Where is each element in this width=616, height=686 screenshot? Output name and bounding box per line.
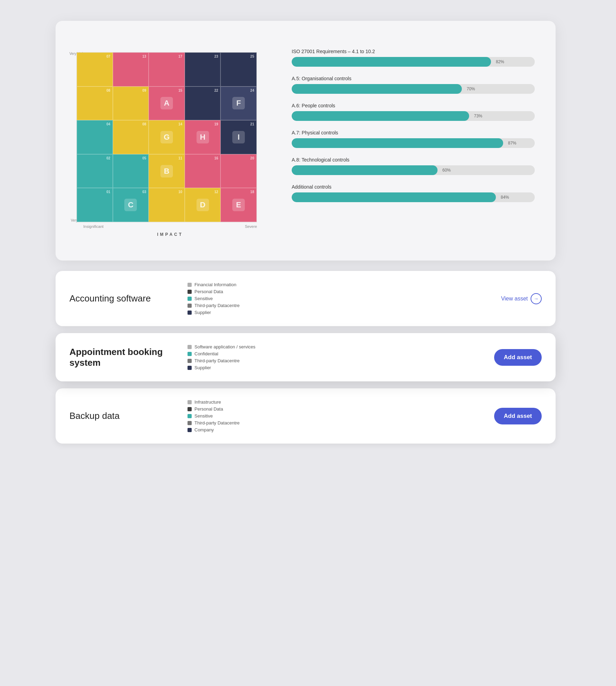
cell-number: 25 bbox=[250, 55, 254, 58]
bar-fill-3: 87% bbox=[292, 138, 503, 148]
cell-number: 17 bbox=[178, 55, 182, 58]
cell-2-2: 14G bbox=[149, 120, 185, 154]
cell-2-3: 19H bbox=[185, 120, 221, 154]
compliance-item-1: A.5: Organisational controls70% bbox=[292, 76, 535, 94]
tag-label-2-2: Sensitive bbox=[194, 413, 213, 419]
cell-number: 18 bbox=[250, 190, 254, 194]
add-asset-button-1[interactable]: Add asset bbox=[494, 349, 542, 366]
tag-label-0-0: Financial Information bbox=[194, 282, 236, 287]
compliance-label-1: A.5: Organisational controls bbox=[292, 76, 535, 81]
cell-1-4: 24F bbox=[220, 86, 257, 121]
asset-tag-2-1: Personal Data bbox=[188, 406, 480, 412]
compliance-item-2: A.6: People controls73% bbox=[292, 103, 535, 121]
cell-letter: E bbox=[232, 199, 245, 211]
cell-0-2: 17 bbox=[149, 52, 185, 86]
compliance-section: ISO 27001 Requirements – 4.1 to 10.282%A… bbox=[292, 42, 535, 233]
asset-tag-0-3: Third-party Datacentre bbox=[188, 303, 487, 308]
asset-tag-0-4: Supplier bbox=[188, 310, 487, 315]
asset-tag-0-1: Personal Data bbox=[188, 289, 487, 294]
tag-label-2-3: Third-party Datacentre bbox=[194, 420, 240, 425]
cell-number: 10 bbox=[178, 190, 182, 194]
tag-dot-0-4 bbox=[188, 311, 192, 315]
cell-number: 09 bbox=[142, 89, 146, 92]
cell-letter: F bbox=[232, 97, 245, 109]
compliance-label-4: A.8: Technological controls bbox=[292, 157, 535, 163]
bar-percent-1: 70% bbox=[467, 86, 475, 91]
asset-card-2: Backup dataInfrastructurePersonal DataSe… bbox=[56, 388, 556, 444]
tag-dot-2-4 bbox=[188, 428, 192, 432]
cell-number: 16 bbox=[214, 156, 218, 160]
view-asset-button-0[interactable]: View asset→ bbox=[501, 293, 542, 304]
tag-label-2-1: Personal Data bbox=[194, 406, 223, 412]
cards-stack: Accounting softwareFinancial Information… bbox=[56, 271, 556, 444]
bar-fill-4: 60% bbox=[292, 165, 438, 175]
tag-dot-1-0 bbox=[188, 345, 192, 349]
cell-1-1: 09 bbox=[113, 86, 149, 121]
view-arrow-icon-0: → bbox=[531, 293, 542, 304]
cell-number: 08 bbox=[106, 89, 110, 92]
bar-wrapper-4: 60% bbox=[292, 165, 535, 175]
cell-number: 23 bbox=[214, 55, 218, 58]
bar-container-0: 82% bbox=[292, 57, 535, 67]
bar-container-5: 84% bbox=[292, 192, 535, 202]
tag-dot-2-1 bbox=[188, 407, 192, 411]
cell-number: 19 bbox=[214, 122, 218, 126]
compliance-item-0: ISO 27001 Requirements – 4.1 to 10.282% bbox=[292, 49, 535, 67]
bar-container-3: 87% bbox=[292, 138, 535, 148]
tag-dot-2-0 bbox=[188, 400, 192, 404]
bar-container-1: 70% bbox=[292, 84, 535, 94]
asset-name-0: Accounting software bbox=[69, 293, 174, 304]
matrix-wrapper: LIKELIHOOD Very high Very low 0713172325… bbox=[76, 52, 257, 233]
cell-0-1: 13 bbox=[113, 52, 149, 86]
cell-3-1: 05 bbox=[113, 154, 149, 188]
cell-3-2: 11B bbox=[149, 154, 185, 188]
cell-number: 04 bbox=[106, 122, 110, 126]
cell-4-4: 18E bbox=[220, 188, 257, 222]
tag-label-0-1: Personal Data bbox=[194, 289, 223, 294]
tag-dot-1-3 bbox=[188, 366, 192, 370]
tag-dot-0-0 bbox=[188, 283, 192, 287]
cell-0-3: 23 bbox=[185, 52, 221, 86]
compliance-item-4: A.8: Technological controls60% bbox=[292, 157, 535, 175]
tag-label-2-4: Company bbox=[194, 427, 214, 432]
tag-dot-1-1 bbox=[188, 352, 192, 356]
asset-tag-2-4: Company bbox=[188, 427, 480, 432]
tag-label-1-1: Confidential bbox=[194, 351, 218, 356]
compliance-item-3: A.7: Physical controls87% bbox=[292, 130, 535, 148]
cell-number: 22 bbox=[214, 89, 218, 92]
asset-tag-2-3: Third-party Datacentre bbox=[188, 420, 480, 425]
asset-name-1: Appointment booking system bbox=[69, 347, 174, 368]
add-asset-button-2[interactable]: Add asset bbox=[494, 408, 542, 424]
cell-4-1: 03C bbox=[113, 188, 149, 222]
tag-dot-1-2 bbox=[188, 359, 192, 363]
bar-wrapper-0: 82% bbox=[292, 57, 535, 67]
asset-tag-2-2: Sensitive bbox=[188, 413, 480, 419]
cell-number: 14 bbox=[178, 122, 182, 126]
cell-number: 12 bbox=[214, 190, 218, 194]
cell-3-4: 20 bbox=[220, 154, 257, 188]
cell-3-3: 16 bbox=[185, 154, 221, 188]
bar-wrapper-5: 84% bbox=[292, 192, 535, 202]
asset-tag-1-0: Software application / services bbox=[188, 344, 480, 349]
cell-letter: C bbox=[124, 199, 137, 211]
compliance-label-0: ISO 27001 Requirements – 4.1 to 10.2 bbox=[292, 49, 535, 54]
cell-number: 20 bbox=[250, 156, 254, 160]
cell-4-0: 01 bbox=[77, 188, 113, 222]
cell-2-4: 21I bbox=[220, 120, 257, 154]
cell-0-4: 25 bbox=[220, 52, 257, 86]
asset-card-1: Appointment booking systemSoftware appli… bbox=[56, 333, 556, 381]
asset-action-2: Add asset bbox=[494, 408, 542, 424]
tag-dot-2-2 bbox=[188, 414, 192, 418]
asset-tags-0: Financial InformationPersonal DataSensit… bbox=[188, 282, 487, 315]
cell-2-0: 04 bbox=[77, 120, 113, 154]
tag-label-1-3: Supplier bbox=[194, 365, 211, 370]
cell-4-3: 12D bbox=[185, 188, 221, 222]
cell-number: 05 bbox=[142, 156, 146, 160]
tag-dot-0-1 bbox=[188, 290, 192, 294]
tag-label-0-3: Third-party Datacentre bbox=[194, 303, 240, 308]
cell-letter: H bbox=[197, 131, 209, 143]
asset-card-0: Accounting softwareFinancial Information… bbox=[56, 271, 556, 326]
cell-letter: I bbox=[232, 131, 245, 143]
bar-percent-5: 84% bbox=[501, 195, 509, 200]
x-labels-row: Insignificant Severe IMPACT bbox=[76, 222, 257, 237]
